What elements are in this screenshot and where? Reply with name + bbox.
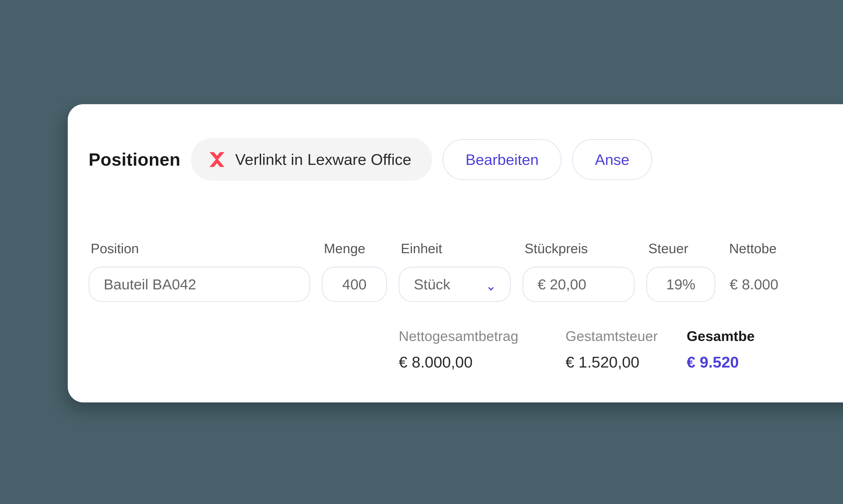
position-value: Bauteil BA042: [104, 276, 196, 293]
steuer-input[interactable]: 19%: [646, 267, 715, 302]
totals-row: Nettogesamtbetrag € 8.000,00 Gestamtsteu…: [89, 328, 843, 371]
view-button[interactable]: Anse: [572, 139, 652, 180]
netto-total-block: Nettogesamtbetrag € 8.000,00: [399, 328, 554, 371]
steuer-total-label: Gestamtsteuer: [565, 328, 675, 344]
menge-value: 400: [342, 276, 366, 293]
stueckpreis-input[interactable]: € 20,00: [523, 267, 634, 302]
col-header-menge: Menge: [324, 241, 389, 256]
chevron-down-icon: [486, 280, 496, 289]
einheit-value: Stück: [414, 276, 450, 293]
nettobetrag-value: € 8.000: [727, 276, 778, 293]
netto-total-value: € 8.000,00: [399, 353, 554, 371]
col-header-einheit: Einheit: [401, 241, 513, 256]
netto-total-label: Nettogesamtbetrag: [399, 328, 554, 344]
col-header-position: Position: [91, 241, 312, 256]
menge-input[interactable]: 400: [322, 267, 387, 302]
position-input[interactable]: Bauteil BA042: [89, 267, 310, 302]
table-header: Position Menge Einheit Stückpreis Steuer…: [89, 241, 843, 256]
gesamt-total-block: Gesamtbe € 9.520: [687, 328, 843, 371]
section-title: Positionen: [89, 149, 180, 169]
gesamt-total-value: € 9.520: [687, 353, 843, 371]
col-header-stueckpreis: Stückpreis: [525, 241, 637, 256]
einheit-select[interactable]: Stück: [399, 267, 511, 302]
linked-lexware-chip[interactable]: Verlinkt in Lexware Office: [191, 138, 432, 181]
steuer-total-block: Gestamtsteuer € 1.520,00: [565, 328, 675, 371]
col-header-nettobetrag: Nettobe: [729, 241, 843, 256]
gesamt-total-label: Gesamtbe: [687, 328, 843, 344]
col-header-steuer: Steuer: [648, 241, 717, 256]
header-row: Positionen Verlinkt in Lexware Office Be…: [89, 138, 843, 181]
lexware-x-icon: [207, 149, 228, 170]
steuer-value: 19%: [666, 276, 695, 293]
linked-chip-label: Verlinkt in Lexware Office: [235, 150, 411, 168]
edit-button[interactable]: Bearbeiten: [442, 139, 562, 180]
positions-card: Positionen Verlinkt in Lexware Office Be…: [68, 104, 843, 402]
line-item-row: Bauteil BA042 400 Stück € 20,00 19% € 8.…: [89, 267, 843, 302]
stueckpreis-value: € 20,00: [538, 276, 586, 293]
steuer-total-value: € 1.520,00: [565, 353, 675, 371]
